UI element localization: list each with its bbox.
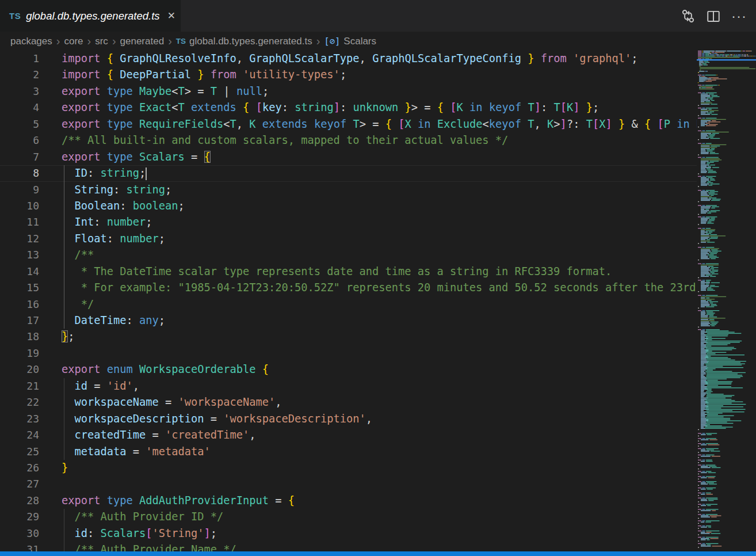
code-token: } [62, 462, 68, 474]
code-token: , [249, 429, 255, 441]
code-line[interactable]: 28export type AddAuthProviderInput = { [0, 493, 697, 509]
code-line[interactable]: 23 workspaceDescription = 'workspaceDesc… [0, 411, 697, 427]
code-area[interactable]: 1import { GraphQLResolveInfo, GraphQLSca… [0, 51, 697, 551]
code-token: = [146, 429, 165, 441]
code-token: ; [631, 52, 637, 64]
code-line[interactable]: 3export type Maybe<T> = T | null; [0, 83, 697, 100]
breadcrumb-item[interactable]: generated [120, 36, 165, 47]
line-number: 4 [0, 100, 39, 116]
code-token: = [159, 396, 178, 408]
code-token: > = [185, 85, 211, 97]
code-token: import [62, 68, 101, 81]
open-changes-button[interactable] [678, 6, 698, 26]
code-line[interactable]: 30 id: Scalars['String']; [0, 525, 697, 542]
code-line[interactable]: 17 DateTime: any; [0, 313, 697, 329]
code-line[interactable]: 11 Int: number; [0, 214, 697, 230]
line-content: } [39, 460, 697, 476]
code-line[interactable]: 4export type Exact<T extends { [key: str… [0, 100, 697, 116]
code-token: T [230, 118, 236, 130]
code-line[interactable]: 12 Float: number; [0, 231, 697, 247]
code-line[interactable]: 1import { GraphQLResolveInfo, GraphQLSca… [0, 51, 697, 67]
minimap[interactable] [697, 51, 756, 551]
code-token: | [217, 85, 236, 97]
code-line[interactable]: 9 String: string; [0, 182, 697, 198]
indent-guide [64, 313, 64, 329]
indent-guide [64, 542, 64, 551]
line-content: id: Scalars['String']; [39, 525, 697, 542]
code-token: enum [101, 363, 133, 375]
code-line[interactable]: 15 * For example: "1985-04-12T23:20:50.5… [0, 280, 697, 296]
code-token: { [107, 52, 113, 64]
code-line[interactable]: 18}; [0, 329, 697, 345]
breadcrumb-item[interactable]: TSglobal.db.types.generated.ts [176, 36, 312, 47]
code-token: ; [340, 68, 346, 81]
close-tab-icon[interactable]: ✕ [165, 9, 178, 23]
breadcrumb-item[interactable]: [⊘]Scalars [324, 36, 376, 47]
line-content: metadata = 'metadata' [39, 444, 697, 460]
breadcrumb-item[interactable]: src [95, 36, 108, 47]
code-line[interactable]: 16 */ [0, 296, 697, 313]
code-line[interactable]: 25 metadata = 'metadata' [0, 444, 697, 460]
code-token: GraphQLScalarTypeConfig [366, 52, 521, 64]
code-token: in [463, 101, 483, 113]
code-token: * For example: "1985-04-12T23:20:50.52Z"… [62, 281, 697, 294]
code-line[interactable]: 26} [0, 460, 697, 476]
code-token: < [171, 101, 178, 113]
code-line[interactable]: 22 workspaceName = 'workspaceName', [0, 394, 697, 410]
code-line[interactable]: 14 * The DateTime scalar type represents… [0, 264, 697, 280]
code-token [580, 101, 586, 113]
code-line[interactable]: 6/** All built-in and custom scalars, ma… [0, 132, 697, 148]
code-line[interactable]: 20export enum WorkspaceOrderable { [0, 361, 697, 378]
tab-global-db-types-generated[interactable]: TS global.db.types.generated.ts ✕ [0, 0, 181, 32]
code-line[interactable]: 29 /** Auth Provider ID */ [0, 509, 697, 525]
line-number: 2 [0, 67, 39, 83]
code-token: boolean [133, 200, 178, 212]
line-content: }; [39, 329, 697, 345]
line-content: export enum WorkspaceOrderable { [39, 361, 697, 378]
line-number: 5 [0, 116, 39, 132]
code-line[interactable]: 7export type Scalars = { [0, 149, 697, 165]
line-number: 11 [0, 214, 39, 230]
code-token: & [625, 118, 644, 130]
code-token: ] [334, 101, 340, 113]
breadcrumb-label: core [64, 36, 83, 47]
code-line[interactable]: 24 createdTime = 'createdTime', [0, 427, 697, 443]
code-token: = [204, 413, 224, 425]
code-token: any [139, 314, 159, 326]
code-line[interactable]: 10 Boolean: boolean; [0, 198, 697, 214]
code-token: K [457, 101, 463, 113]
breadcrumb-label: generated [120, 36, 165, 47]
line-number: 3 [0, 83, 39, 100]
indent-guide [64, 378, 64, 394]
code-line[interactable]: 5export type RequireFields<T, K extends … [0, 116, 697, 132]
code-token: } [62, 330, 68, 342]
code-line[interactable]: 31 /** Auth Provider Name */ [0, 542, 697, 551]
code-token: key [262, 101, 282, 113]
code-line[interactable]: 19 [0, 345, 697, 361]
line-content: Float: number; [39, 231, 697, 247]
line-number: 17 [0, 313, 39, 329]
code-line[interactable]: 8 ID: string; [0, 165, 697, 181]
code-line[interactable]: 21 id = 'id', [0, 378, 697, 394]
code-token: number [107, 216, 146, 228]
code-line[interactable]: 13 /** [0, 247, 697, 263]
code-line[interactable]: 27 [0, 476, 697, 492]
breadcrumb-item[interactable]: core [64, 36, 83, 47]
code-token: DateTime [62, 314, 127, 326]
editor-actions: ··· [678, 0, 756, 32]
code-line[interactable]: 2import { DeepPartial } from 'utility-ty… [0, 67, 697, 83]
code-token: ] [605, 118, 612, 130]
code-token: K [249, 118, 255, 130]
split-editor-button[interactable] [704, 6, 723, 26]
breadcrumb-item[interactable]: packages [10, 36, 52, 47]
line-number: 28 [0, 493, 39, 509]
code-token: } [405, 101, 411, 113]
code-token: extends [256, 118, 308, 130]
code-token: Maybe [133, 85, 172, 97]
breadcrumb-separator: › [312, 35, 324, 48]
code-token [612, 118, 618, 130]
code-token: : [113, 184, 127, 196]
open-changes-icon [681, 9, 696, 24]
breadcrumb-label: packages [10, 36, 52, 47]
more-actions-button[interactable]: ··· [729, 11, 749, 21]
